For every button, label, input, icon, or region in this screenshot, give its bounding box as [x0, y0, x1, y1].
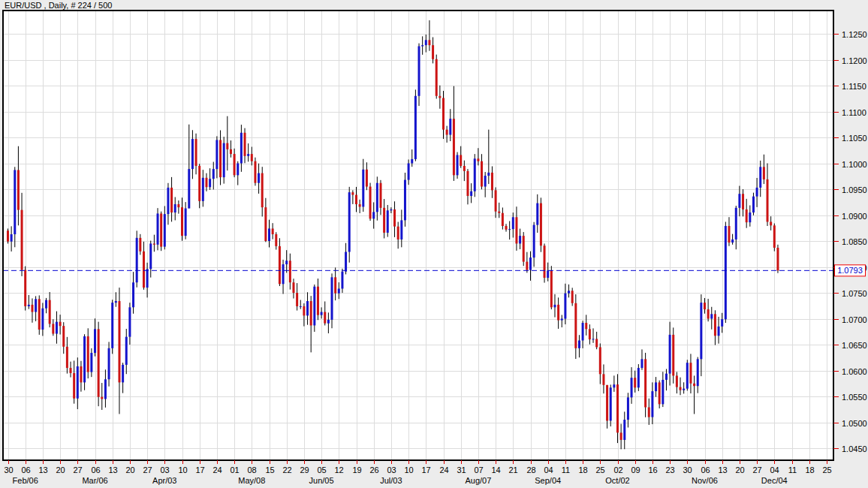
candle-body [631, 378, 633, 397]
x-tick-label: 06 [701, 465, 710, 474]
x-tick-label: 13 [718, 465, 727, 474]
candle-body [544, 246, 546, 278]
candle-body [111, 303, 113, 348]
x-tick-label: 13 [108, 465, 117, 474]
candle-body [143, 252, 145, 288]
y-tick-label: 1.1050 [842, 134, 867, 143]
candlestick-chart[interactable]: 1.12501.12001.11501.11001.10501.10001.09… [0, 0, 868, 488]
x-tick-label: 17 [195, 465, 204, 474]
candle-body [460, 155, 462, 165]
x-month-label: Sep/04 [535, 476, 561, 485]
candle-body [17, 170, 20, 209]
x-month-label: Apr/03 [152, 476, 176, 485]
candle-body [519, 236, 521, 243]
y-tick-label: 1.1250 [842, 30, 867, 39]
candle-body [659, 382, 661, 404]
candle-body [282, 264, 285, 284]
candle-body [177, 204, 179, 207]
candle-body [181, 207, 183, 236]
candle-body [279, 246, 281, 284]
candle-body [157, 213, 159, 244]
candle-body [574, 303, 577, 348]
candle-body [466, 171, 469, 196]
candle-body [620, 432, 622, 440]
y-tick-label: 1.0700 [842, 315, 867, 324]
x-tick-label: 28 [526, 465, 535, 474]
candle-body [561, 319, 563, 321]
candle-body [627, 397, 629, 420]
x-tick-label: 01 [230, 465, 239, 474]
candle-body [578, 340, 580, 348]
candle-body [582, 323, 584, 340]
candle-body [261, 173, 264, 208]
candle-body [523, 236, 525, 262]
candle-body [746, 209, 748, 222]
x-tick-label: 24 [439, 465, 448, 474]
candle-body [672, 335, 674, 376]
candle-body [752, 197, 755, 212]
x-tick-label: 04 [544, 465, 553, 474]
candle-body [313, 287, 315, 326]
candle-body [495, 190, 497, 211]
candle-body [348, 192, 351, 252]
candle-body [185, 209, 187, 236]
candle-body [697, 359, 699, 386]
candle-body [568, 291, 570, 293]
last-price-badge: 1.0793 [835, 265, 866, 276]
candle-body [7, 230, 9, 241]
candle-body [383, 208, 385, 233]
candle-body [90, 353, 92, 372]
candle-body [230, 149, 232, 154]
candle-body [676, 375, 678, 387]
candle-body [529, 258, 532, 270]
candle-body [536, 203, 538, 225]
candle-body [310, 301, 312, 325]
x-tick-label: 03 [387, 465, 396, 474]
x-tick-label: 20 [735, 465, 744, 474]
candle-body [680, 387, 682, 390]
candle-body [254, 161, 256, 183]
x-month-label: Jul/03 [380, 476, 402, 485]
candle-body [296, 293, 298, 306]
x-tick-label: 20 [56, 465, 65, 474]
candle-body [21, 210, 23, 270]
candle-body [655, 382, 657, 391]
candle-body [215, 140, 218, 169]
candle-body [66, 347, 68, 368]
candle-body [345, 252, 347, 271]
y-tick-label: 1.0750 [842, 289, 867, 298]
candle-body [167, 188, 169, 214]
last-price-label: 1.0793 [837, 266, 863, 275]
candle-body [470, 191, 472, 196]
candle-body [70, 368, 72, 373]
x-month-label: Feb/06 [13, 476, 38, 485]
x-tick-label: 06 [91, 465, 100, 474]
candle-body [484, 176, 487, 186]
x-month-label: Mar/06 [82, 476, 107, 485]
candle-body [725, 226, 727, 319]
candle-body [397, 227, 399, 239]
candle-body [718, 327, 720, 336]
candle-body [275, 234, 277, 246]
x-month-label: Aug/07 [465, 476, 491, 485]
x-month-label: Dec/04 [761, 476, 788, 485]
candle-body [191, 139, 194, 169]
candle-body [324, 312, 326, 324]
candle-body [362, 170, 364, 207]
candle-body [376, 183, 378, 212]
y-tick-label: 1.0550 [842, 393, 867, 402]
x-tick-label: 18 [578, 465, 587, 474]
candle-body [436, 59, 438, 96]
x-month-label: Oct/02 [605, 476, 629, 485]
candle-body [442, 98, 445, 130]
candle-body [387, 210, 389, 233]
x-tick-label: 11 [788, 465, 797, 474]
candle-body [14, 170, 16, 234]
candle-body [651, 391, 653, 417]
candle-body [571, 291, 574, 303]
y-tick-label: 1.1200 [842, 56, 867, 65]
y-tick-label: 1.1100 [842, 108, 866, 117]
candle-body [502, 213, 504, 226]
candle-body [457, 155, 459, 175]
candle-body [515, 217, 517, 243]
